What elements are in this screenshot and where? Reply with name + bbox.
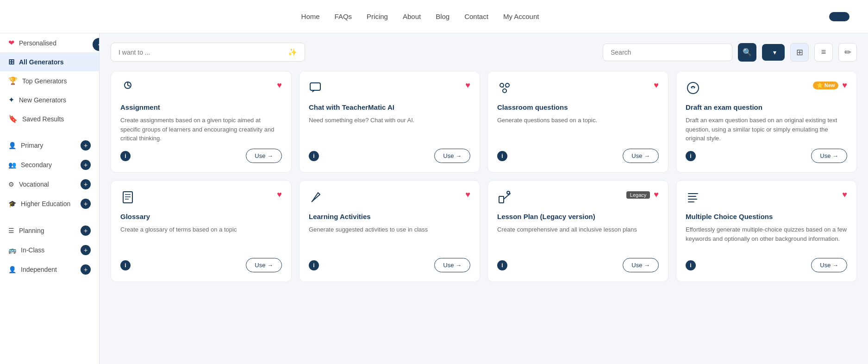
sidebar: ‹ ❤ Personalised ⊞ All Generators 🏆 Top … xyxy=(0,33,100,364)
nav-link-home[interactable]: Home xyxy=(301,13,320,20)
mcq-title: Multiple Choice Questions xyxy=(686,213,847,220)
draft-exam-use-button[interactable]: Use → xyxy=(811,149,847,163)
primary-expand-button[interactable]: + xyxy=(81,140,91,151)
classroom-questions-info-button[interactable]: i xyxy=(497,151,507,161)
lesson-plan-heart-icon[interactable]: ♥ xyxy=(654,190,659,200)
user-button[interactable] xyxy=(829,12,849,21)
chat-title: Chat with TeacherMatic AI xyxy=(309,103,470,111)
mcq-heart-icon[interactable]: ♥ xyxy=(842,190,847,200)
sidebar-teaching-planning[interactable]: ☰ Planning + xyxy=(0,221,99,240)
sidebar-teaching-in-class[interactable]: 🚌 In-Class + xyxy=(0,240,99,260)
iwant-container: ✨ xyxy=(111,43,305,62)
card-mcq: ♥ Multiple Choice Questions Effortlessly… xyxy=(676,180,857,282)
card-classroom-questions: ♥ Classroom questions Generate questions… xyxy=(487,71,668,173)
mcq-footer: i Use → xyxy=(686,258,847,272)
mcq-card-icon xyxy=(686,190,700,208)
mcq-info-button[interactable]: i xyxy=(686,260,696,270)
list-view-button[interactable]: ≡ xyxy=(814,43,833,62)
svg-point-3 xyxy=(506,83,509,87)
card-top: ♥ xyxy=(686,190,847,208)
classroom-questions-use-button[interactable]: Use → xyxy=(623,149,659,163)
sidebar-item-label: Personalised xyxy=(19,39,56,47)
nav-link-faqs[interactable]: FAQs xyxy=(335,13,352,20)
nav-links: HomeFAQsPricingAboutBlogContactMy Accoun… xyxy=(301,13,539,20)
planning-icon: ☰ xyxy=(8,227,14,234)
sidebar-sector-vocational[interactable]: ⚙ Vocational + xyxy=(0,175,99,194)
card-draft-exam: New ♥ Draft an exam question Draft an ex… xyxy=(676,71,857,173)
iwant-input[interactable] xyxy=(119,49,284,56)
lesson-plan-desc: Create comprehensive and all inclusive l… xyxy=(497,225,659,253)
card-top: ♥ xyxy=(120,81,282,99)
vocational-expand-button[interactable]: + xyxy=(81,179,91,189)
chat-use-button[interactable]: Use → xyxy=(434,149,470,163)
nav-link-blog[interactable]: Blog xyxy=(436,13,450,20)
card-glossary: ♥ Glossary Create a glossary of terms ba… xyxy=(111,180,292,282)
edit-icon: ✏ xyxy=(844,47,851,57)
draft-exam-info-button[interactable]: i xyxy=(686,151,696,161)
glossary-desc: Create a glossary of terms based on a to… xyxy=(120,225,282,253)
glossary-use-button[interactable]: Use → xyxy=(246,258,282,272)
classroom-questions-heart-icon[interactable]: ♥ xyxy=(654,81,659,90)
nav-link-contact[interactable]: Contact xyxy=(464,13,488,20)
in-class-expand-button[interactable]: + xyxy=(81,245,91,255)
planning-expand-button[interactable]: + xyxy=(81,226,91,236)
chat-heart-icon[interactable]: ♥ xyxy=(465,81,470,90)
lesson-plan-use-button[interactable]: Use → xyxy=(623,258,659,272)
glossary-heart-icon[interactable]: ♥ xyxy=(277,190,282,200)
sidebar-item-all-generators[interactable]: ⊞ All Generators xyxy=(0,52,99,71)
higher-education-expand-button[interactable]: + xyxy=(81,199,91,209)
sidebar-item-personalised[interactable]: ❤ Personalised xyxy=(0,33,99,52)
card-top: New ♥ xyxy=(686,81,847,99)
sidebar-item-saved-results[interactable]: 🔖 Saved Results xyxy=(0,109,99,128)
sidebar-sector-primary[interactable]: 👤 Primary + xyxy=(0,136,99,155)
sidebar-item-label: Top Generators xyxy=(22,77,67,85)
card-assignment: ♥ Assignment Create assignments based on… xyxy=(111,71,292,173)
card-top: ♥ xyxy=(497,81,659,99)
list-icon: ≡ xyxy=(821,47,826,57)
learning-activities-info-button[interactable]: i xyxy=(309,260,319,270)
personalised-icon: ❤ xyxy=(8,38,14,47)
svg-point-8 xyxy=(692,87,694,89)
grid-icon: ⊞ xyxy=(796,47,803,57)
mcq-use-button[interactable]: Use → xyxy=(811,258,847,272)
assignment-heart-icon[interactable]: ♥ xyxy=(277,81,282,90)
sidebar-sector-higher-education[interactable]: 🎓 Higher Education + xyxy=(0,194,99,213)
learning-activities-heart-icon[interactable]: ♥ xyxy=(465,190,470,200)
chat-footer: i Use → xyxy=(309,149,470,163)
assignment-desc: Create assignments based on a given topi… xyxy=(120,116,282,144)
card-top: ♥ xyxy=(309,190,470,208)
edit-button[interactable]: ✏ xyxy=(838,43,857,62)
sidebar-item-new-generators[interactable]: ✦ New Generators xyxy=(0,90,99,109)
assignment-use-button[interactable]: Use → xyxy=(246,149,282,163)
nav-link-my-account[interactable]: My Account xyxy=(503,13,539,20)
nav-link-about[interactable]: About xyxy=(403,13,421,20)
wand-icon: ✨ xyxy=(288,48,297,56)
grid-view-button[interactable]: ⊞ xyxy=(790,43,809,62)
secondary-expand-button[interactable]: + xyxy=(81,160,91,170)
sidebar-sector-secondary[interactable]: 👥 Secondary + xyxy=(0,155,99,175)
sort-button[interactable]: ▾ xyxy=(762,44,785,61)
chat-info-button[interactable]: i xyxy=(309,151,319,161)
cards-grid: ♥ Assignment Create assignments based on… xyxy=(111,71,857,282)
learning-activities-title: Learning Activities xyxy=(309,213,470,220)
chat-desc: Need something else? Chat with our AI. xyxy=(309,116,470,144)
card-chat: ♥ Chat with TeacherMatic AI Need somethi… xyxy=(299,71,480,173)
saved-results-icon: 🔖 xyxy=(8,114,18,123)
teaching-label: Planning xyxy=(19,227,44,234)
chat-card-icon xyxy=(309,81,324,99)
sidebar-item-top-generators[interactable]: 🏆 Top Generators xyxy=(0,71,99,90)
svg-rect-1 xyxy=(310,83,320,90)
independent-expand-button[interactable]: + xyxy=(81,264,91,275)
nav-link-pricing[interactable]: Pricing xyxy=(367,13,388,20)
learning-activities-use-button[interactable]: Use → xyxy=(434,258,470,272)
svg-point-4 xyxy=(503,89,506,93)
glossary-info-button[interactable]: i xyxy=(120,260,131,270)
lesson-plan-info-button[interactable]: i xyxy=(497,260,507,270)
assignment-info-button[interactable]: i xyxy=(120,151,131,161)
draft-exam-heart-icon[interactable]: ♥ xyxy=(842,81,847,90)
glossary-title: Glossary xyxy=(120,213,282,220)
collapse-icon: ‹ xyxy=(98,41,100,48)
search-input[interactable] xyxy=(611,49,724,56)
search-button[interactable]: 🔍 xyxy=(738,43,756,62)
sidebar-teaching-independent[interactable]: 👤 Independent + xyxy=(0,260,99,279)
